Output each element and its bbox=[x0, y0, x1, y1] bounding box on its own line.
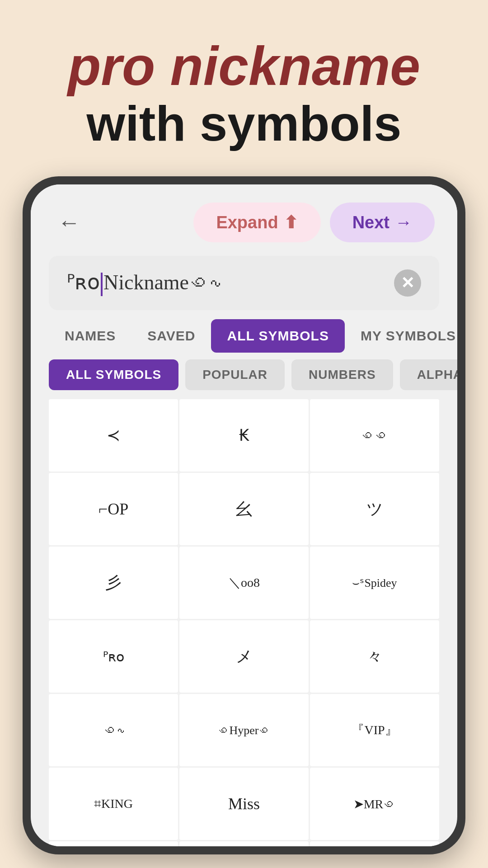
symbol-cell[interactable]: 々 bbox=[310, 620, 439, 693]
symbol-cell[interactable]: ⌗ bbox=[310, 841, 439, 846]
symbol-cell[interactable]: メ bbox=[179, 620, 309, 693]
symbol-cell[interactable]: ⌐OP bbox=[49, 473, 178, 545]
symbol-cell[interactable]: ➤MR꩜ bbox=[310, 768, 439, 840]
top-action-buttons: Expand ⬆ Next → bbox=[193, 203, 435, 242]
symbol-cell[interactable]: ⌗KING bbox=[49, 768, 178, 840]
back-button[interactable]: ← bbox=[53, 205, 85, 240]
symbol-cell[interactable]: 彡 bbox=[49, 547, 178, 619]
title-line1: pro nickname bbox=[27, 36, 461, 96]
next-arrow-icon: → bbox=[395, 213, 412, 232]
app-screen: ← Expand ⬆ Next → ᴾʀᴏNickname꩜∿ bbox=[31, 184, 457, 846]
clear-button[interactable]: ✕ bbox=[394, 269, 421, 297]
symbol-cell[interactable]: ꩜Hyper꩜ bbox=[179, 694, 309, 766]
symbols-grid: ≺ ₭ ꩜꩜ ⌐OP 幺 ツ 彡 ＼oo8 ⌣ˢSpidey ᴾʀᴏ メ 々 ꩜… bbox=[31, 399, 457, 846]
symbol-cell[interactable]: ₭ bbox=[179, 399, 309, 472]
subtab-all[interactable]: ALL SYMBOLS bbox=[49, 359, 178, 390]
tab-names[interactable]: NAMES bbox=[49, 319, 131, 353]
top-bar: ← Expand ⬆ Next → bbox=[31, 184, 457, 256]
phone-mockup: ← Expand ⬆ Next → ᴾʀᴏNickname꩜∿ bbox=[23, 176, 465, 854]
symbol-subtabs: ALL SYMBOLS POPULAR NUMBERS ALPHABET bbox=[31, 359, 457, 399]
tab-my-symbols[interactable]: MY SYMBOLS bbox=[345, 319, 457, 353]
nickname-input-container: ᴾʀᴏNickname꩜∿ ✕ bbox=[49, 256, 439, 310]
symbol-cell[interactable]: 『VIP』 bbox=[310, 694, 439, 766]
symbol-cell[interactable]: ᴾʀᴏ bbox=[49, 620, 178, 693]
header-section: pro nickname with symbols bbox=[0, 0, 488, 169]
symbol-cell[interactable]: ꩜꩜ bbox=[310, 399, 439, 472]
category-tabs: NAMES SAVED ALL SYMBOLS MY SYMBOLS A bbox=[31, 319, 457, 359]
symbol-cell[interactable]: Miss bbox=[179, 768, 309, 840]
symbol-cell[interactable]: ⌣ˢSpidey bbox=[310, 547, 439, 619]
symbol-cell[interactable]: ≺ bbox=[49, 399, 178, 472]
nickname-rest: Nickname꩜∿ bbox=[103, 271, 220, 294]
nickname-value: ᴾʀᴏ bbox=[67, 271, 100, 294]
symbol-cell[interactable]: ＼oo8 bbox=[179, 547, 309, 619]
tab-all-symbols[interactable]: ALL SYMBOLS bbox=[211, 319, 344, 353]
subtab-alphabet[interactable]: ALPHABET bbox=[400, 359, 457, 390]
symbol-cell[interactable]: ꩜∿ bbox=[49, 694, 178, 766]
subtab-popular[interactable]: POPULAR bbox=[185, 359, 285, 390]
symbol-cell[interactable]: ♛ bbox=[179, 841, 309, 846]
symbol-cell[interactable]: 幺 bbox=[179, 473, 309, 545]
text-cursor bbox=[101, 273, 103, 296]
nickname-text-display[interactable]: ᴾʀᴏNickname꩜∿ bbox=[67, 270, 394, 296]
phone-screen: ← Expand ⬆ Next → ᴾʀᴏNickname꩜∿ bbox=[31, 184, 457, 846]
expand-label: Expand bbox=[216, 213, 278, 232]
tab-saved[interactable]: SAVED bbox=[131, 319, 211, 353]
subtab-numbers[interactable]: NUMBERS bbox=[291, 359, 393, 390]
title-line2: with symbols bbox=[27, 96, 461, 151]
next-button[interactable]: Next → bbox=[330, 203, 435, 242]
symbol-cell[interactable]: ✦FF· bbox=[49, 841, 178, 846]
expand-button[interactable]: Expand ⬆ bbox=[193, 203, 320, 242]
symbol-cell[interactable]: ツ bbox=[310, 473, 439, 545]
next-label: Next bbox=[352, 213, 389, 232]
expand-icon: ⬆ bbox=[284, 212, 298, 232]
